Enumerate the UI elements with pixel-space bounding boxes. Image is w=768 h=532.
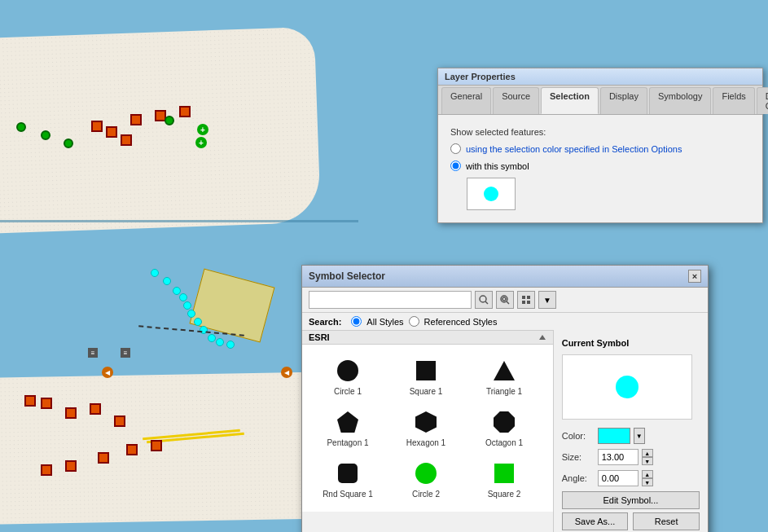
map-nav-icon: ◀	[281, 367, 292, 378]
ss-dropdown-btn[interactable]: ▼	[538, 291, 556, 309]
svg-rect-5	[522, 296, 525, 299]
ss-filter-icon-btn[interactable]	[496, 291, 514, 309]
hexagon-1-icon	[415, 411, 437, 433]
pentagon-1-shape	[335, 409, 361, 435]
symbol-rnd-square-1[interactable]: Rnd Square 1	[309, 454, 387, 505]
ss-angle-row: Angle: ▲ ▼	[562, 470, 700, 486]
symbol-pentagon-1[interactable]: Pentagon 1	[309, 402, 387, 454]
radio-this-symbol[interactable]	[450, 160, 461, 171]
rnd-square-1-icon	[338, 464, 358, 483]
octagon-1-icon	[494, 411, 515, 433]
ss-save-as-button[interactable]: Save As...	[562, 512, 629, 530]
layer-props-content: Show selected features: using the select…	[438, 115, 762, 222]
ss-close-button[interactable]: ×	[688, 270, 701, 283]
ss-radio-group: All Styles Referenced Styles	[351, 316, 497, 327]
map-cyan-dot	[163, 277, 171, 285]
ss-color-dropdown[interactable]: ▼	[634, 428, 645, 444]
square-1-shape	[413, 358, 439, 384]
map-cyan-dot	[226, 341, 235, 349]
circle-1-label: Circle 1	[334, 387, 362, 396]
radio-selection-color[interactable]	[450, 143, 461, 154]
map-cyan-dot	[179, 293, 187, 301]
map-orange-marker	[130, 114, 142, 125]
tab-source[interactable]: Source	[493, 87, 539, 114]
map-plus-icon: +	[195, 137, 207, 148]
svg-line-4	[507, 301, 509, 304]
map-cyan-dot	[151, 269, 159, 277]
svg-point-2	[501, 296, 507, 302]
map-green-marker	[64, 138, 73, 148]
tab-symbology[interactable]: Symbology	[649, 87, 711, 114]
svg-rect-6	[527, 296, 530, 299]
map-green-marker	[41, 130, 50, 140]
ss-grid-container: Circle 1 Square 1 Triangle 1	[302, 345, 553, 512]
layer-props-tabs: General Source Selection Display Symbolo…	[438, 86, 762, 115]
pentagon-1-label: Pentagon 1	[327, 438, 368, 447]
ss-angle-label: Angle:	[562, 473, 595, 483]
radio-all-styles[interactable]	[351, 316, 362, 327]
ss-toolbar: ▼	[302, 288, 708, 313]
ss-color-swatch[interactable]	[598, 428, 630, 444]
ss-titlebar: Symbol Selector ×	[302, 266, 708, 288]
symbol-square-1[interactable]: Square 1	[387, 351, 465, 402]
map-orange-marker	[24, 395, 36, 407]
tab-fields[interactable]: Fields	[713, 87, 754, 114]
ss-angle-input[interactable]	[598, 470, 639, 486]
circle-2-label: Circle 2	[412, 490, 440, 499]
map-orange-marker	[151, 440, 162, 451]
map-cyan-dot	[216, 338, 224, 346]
rnd-square-1-shape	[335, 460, 361, 486]
map-cyan-dot	[187, 310, 195, 318]
map-green-marker	[165, 116, 174, 125]
ss-color-label: Color:	[562, 431, 595, 441]
ss-search-icon-btn[interactable]	[475, 291, 493, 309]
symbol-preview-box[interactable]	[467, 178, 516, 210]
symbol-selector-dialog: Symbol Selector × ▼	[301, 265, 709, 532]
map-nav-icon: ◀	[102, 367, 113, 378]
symbol-octagon-1[interactable]: Octagon 1	[465, 402, 543, 454]
ss-size-row: Size: ▲ ▼	[562, 449, 700, 465]
ss-size-down[interactable]: ▼	[642, 457, 653, 465]
radio-row-2: with this symbol	[450, 160, 750, 171]
ss-angle-up[interactable]: ▲	[642, 470, 653, 478]
symbol-circle-2[interactable]: Circle 2	[387, 454, 465, 505]
radio-referenced-styles[interactable]	[409, 316, 419, 327]
ss-grid-view-btn[interactable]	[517, 291, 535, 309]
map-plus-icon: +	[197, 124, 208, 135]
radio-label-2: with this symbol	[466, 161, 529, 171]
square-1-icon	[416, 361, 436, 380]
tab-display[interactable]: Display	[600, 87, 647, 114]
svg-line-1	[485, 301, 488, 304]
tab-selection[interactable]: Selection	[541, 87, 599, 114]
triangle-1-shape	[491, 358, 517, 384]
ss-angle-spinner: ▲ ▼	[642, 470, 653, 486]
circle-1-shape	[335, 358, 361, 384]
ss-size-up[interactable]: ▲	[642, 449, 653, 457]
ss-angle-down[interactable]: ▼	[642, 478, 653, 486]
ss-category-label: ESRI	[309, 332, 330, 342]
square-2-label: Square 2	[488, 490, 521, 499]
svg-point-0	[480, 296, 486, 302]
square-1-label: Square 1	[410, 387, 443, 396]
cyan-circle-preview	[484, 187, 498, 201]
triangle-1-label: Triangle 1	[486, 387, 522, 396]
grid-icon	[521, 295, 531, 305]
ss-search-input[interactable]	[309, 291, 472, 309]
radio-row-1: using the selection color specified in S…	[450, 143, 750, 154]
symbol-square-2[interactable]: Square 2	[465, 454, 543, 505]
svg-rect-8	[527, 301, 530, 304]
ss-right-panel: Current Symbol Color: ▼ Size: ▲ ▼	[554, 330, 708, 532]
symbol-hexagon-1[interactable]: Hexagon 1	[387, 402, 465, 454]
ss-edit-symbol-button[interactable]: Edit Symbol...	[562, 491, 700, 509]
map-water-line	[0, 220, 358, 222]
tab-definition-query[interactable]: Definition Query	[757, 87, 768, 114]
map-orange-marker	[126, 444, 138, 455]
ss-reset-button[interactable]: Reset	[633, 512, 700, 530]
tab-general[interactable]: General	[441, 87, 491, 114]
ss-size-input[interactable]	[598, 449, 639, 465]
map-orange-marker	[98, 452, 109, 464]
ss-bottom-buttons: Save As... Reset	[562, 512, 700, 530]
square-2-icon	[494, 464, 514, 483]
symbol-triangle-1[interactable]: Triangle 1	[465, 351, 543, 402]
symbol-circle-1[interactable]: Circle 1	[309, 351, 387, 402]
